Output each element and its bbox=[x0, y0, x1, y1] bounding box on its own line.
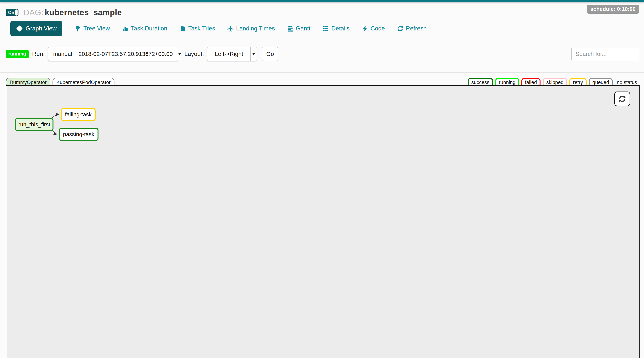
edge-run-this-first-to-failing-task bbox=[52, 114, 59, 119]
bar-chart-icon bbox=[122, 26, 128, 32]
page-header: schedule: 0:10:00 On DAG:kubernetes_samp… bbox=[0, 2, 644, 36]
layout-label: Layout: bbox=[184, 51, 204, 57]
run-select-caret-box[interactable] bbox=[178, 47, 181, 61]
tab-label: Gantt bbox=[296, 25, 310, 32]
page-title: DAG:kubernetes_sample bbox=[24, 8, 122, 17]
search-input[interactable] bbox=[571, 48, 639, 60]
bolt-icon bbox=[362, 26, 368, 32]
dag-prefix-label: DAG: bbox=[24, 8, 44, 17]
run-select[interactable]: manual__2018-02-07T23:57:20.913672+00:00 bbox=[48, 47, 179, 61]
toggle-on-label: On bbox=[8, 10, 14, 15]
chevron-down-icon bbox=[178, 53, 181, 55]
tab-label: Task Tries bbox=[188, 25, 215, 32]
task-node-run-this-first[interactable]: run_this_first bbox=[15, 118, 54, 131]
run-controls-row: running Run: manual__2018-02-07T23:57:20… bbox=[0, 47, 644, 61]
tab-label: Landing Times bbox=[236, 25, 275, 32]
tab-task-duration[interactable]: Task Duration bbox=[122, 25, 167, 32]
tab-label: Details bbox=[332, 25, 350, 32]
chevron-down-icon bbox=[252, 53, 255, 55]
document-chart-icon bbox=[180, 26, 186, 32]
top-brand-bar bbox=[0, 0, 644, 2]
title-row: On DAG:kubernetes_sample bbox=[6, 8, 644, 17]
tab-task-tries[interactable]: Task Tries bbox=[180, 25, 215, 32]
dag-on-off-toggle[interactable]: On bbox=[6, 9, 18, 16]
tab-label: Graph View bbox=[26, 25, 56, 32]
tab-refresh[interactable]: Refresh bbox=[397, 25, 427, 32]
toggle-knob bbox=[15, 10, 18, 16]
tab-gantt[interactable]: Gantt bbox=[287, 25, 310, 32]
layout-select-caret-box[interactable] bbox=[250, 47, 256, 61]
tab-label: Tree View bbox=[83, 25, 110, 32]
go-button[interactable]: Go bbox=[262, 47, 278, 61]
refresh-icon bbox=[397, 26, 403, 32]
tab-graph-view[interactable]: Graph View bbox=[10, 21, 62, 36]
tab-code[interactable]: Code bbox=[362, 25, 385, 32]
align-left-icon bbox=[287, 26, 293, 32]
tab-label: Task Duration bbox=[131, 25, 167, 32]
schedule-badge: schedule: 0:10:00 bbox=[587, 5, 639, 14]
plane-icon bbox=[227, 26, 234, 32]
graph-view-icon bbox=[16, 25, 23, 32]
run-label: Run: bbox=[32, 51, 45, 57]
view-nav: Graph View Tree View Task Duration Task … bbox=[6, 21, 644, 36]
dag-name: kubernetes_sample bbox=[45, 8, 122, 17]
task-node-passing-task[interactable]: passing-task bbox=[59, 128, 98, 141]
graph-refresh-button[interactable] bbox=[614, 92, 630, 106]
tree-icon bbox=[75, 26, 81, 32]
list-icon bbox=[323, 26, 329, 32]
task-node-failing-task[interactable]: failing-task bbox=[61, 108, 96, 121]
tab-tree-view[interactable]: Tree View bbox=[75, 25, 110, 32]
tab-label: Code bbox=[371, 25, 385, 32]
layout-select-value: Left->Right bbox=[207, 47, 250, 61]
refresh-icon bbox=[618, 95, 626, 103]
run-select-value: manual__2018-02-07T23:57:20.913672+00:00 bbox=[48, 47, 178, 61]
dag-graph-canvas: run_this_first failing-task passing-task bbox=[6, 85, 640, 358]
tab-label: Refresh bbox=[406, 25, 427, 32]
tab-landing-times[interactable]: Landing Times bbox=[227, 25, 275, 32]
run-state-badge: running bbox=[6, 50, 29, 58]
layout-select[interactable]: Left->Right bbox=[207, 47, 257, 61]
tab-details[interactable]: Details bbox=[323, 25, 350, 32]
